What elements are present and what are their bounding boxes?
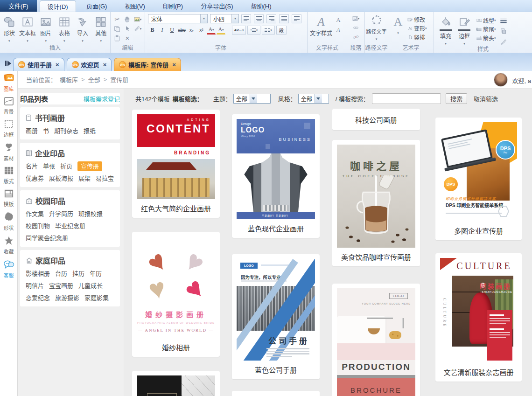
word-art-button[interactable]: A: [390, 14, 406, 35]
border-button[interactable]: 边框: [456, 14, 472, 46]
chevron-down-icon[interactable]: [250, 94, 257, 103]
breadcrumb-brochure[interactable]: 宣传册: [110, 75, 128, 84]
image-button[interactable]: 图片: [37, 14, 55, 43]
strikethrough-button[interactable]: abe: [177, 26, 186, 35]
highlight-color-button[interactable]: A: [217, 26, 225, 35]
arrow-tail-button[interactable]: 箭尾: [475, 25, 496, 34]
tab-template-library[interactable]: DPS 模板库: 宣传册: [114, 58, 181, 71]
arrow-head-button[interactable]: 箭头: [475, 34, 496, 42]
tab-welcome[interactable]: DPS 欢迎页: [67, 58, 112, 71]
paragraph-mark-button[interactable]: 段: [276, 26, 287, 35]
cat-stand[interactable]: 展架: [78, 174, 91, 182]
cat-year-calendar[interactable]: 年历: [90, 270, 102, 278]
cat-business-card[interactable]: 名片: [26, 162, 38, 170]
cat-newspaper[interactable]: 报纸: [84, 127, 96, 135]
menu-file[interactable]: 文件(F): [0, 0, 37, 12]
textbox-button[interactable]: 文本框: [18, 14, 36, 43]
rail-shape[interactable]: 形状: [4, 212, 14, 231]
close-tab-icon[interactable]: [56, 61, 59, 68]
cat-baby-album[interactable]: 宝宝画册: [49, 282, 73, 290]
menu-print[interactable]: 印刷(P): [155, 0, 190, 12]
hand-pan-icon[interactable]: [123, 15, 132, 24]
rail-border[interactable]: 边框: [4, 119, 14, 138]
wordart-modify-button[interactable]: 修改: [406, 15, 427, 24]
rail-favorites[interactable]: 收藏: [4, 236, 14, 255]
align-center-button[interactable]: [254, 14, 264, 23]
cat-essay[interactable]: 作文集: [26, 210, 44, 218]
cat-class-paper[interactable]: 班报校报: [78, 210, 103, 218]
template-card-tech[interactable]: 科技公司画册: [332, 109, 420, 130]
cat-postcard[interactable]: 明信片: [26, 282, 44, 290]
template-card-partial[interactable]: [232, 391, 320, 396]
cat-desk-calendar[interactable]: 台历: [55, 270, 67, 278]
bold-button[interactable]: B: [148, 26, 157, 35]
cat-child-growth[interactable]: 儿童成长: [78, 282, 103, 290]
user-avatar[interactable]: [494, 73, 508, 87]
other-button[interactable]: 其他: [92, 14, 110, 43]
italic-button[interactable]: I: [158, 26, 167, 35]
rail-gallery[interactable]: 图库: [3, 72, 14, 92]
cat-family-album[interactable]: 家庭影集: [84, 294, 109, 302]
align-justify-button[interactable]: [279, 14, 289, 23]
font-family-select[interactable]: 宋体: [148, 14, 208, 23]
line-spacing-button[interactable]: ↕: [247, 26, 260, 35]
subscript-button[interactable]: x₂: [187, 26, 196, 35]
cat-coupon[interactable]: 优惠券: [26, 174, 44, 182]
menu-view[interactable]: 视图(V): [117, 0, 152, 12]
cat-flyer[interactable]: 单张: [43, 162, 55, 170]
format-brush-icon[interactable]: [133, 24, 142, 33]
template-card-company-handbook[interactable]: LOGO 因为专注，所以专业 公司手册 蓝色公司手册: [232, 254, 320, 379]
expand-panel-icon[interactable]: [3, 58, 13, 69]
template-card-dps-multi[interactable]: DPSPro DPS 印刷业务模式升级解决方案 DPS 印刷业务智能接单系统 多…: [435, 118, 522, 240]
breadcrumb-all[interactable]: 全部: [88, 75, 100, 84]
font-color-button[interactable]: A: [207, 26, 216, 35]
cat-studio-album[interactable]: 影楼相册: [26, 270, 50, 278]
table-button[interactable]: 表格: [55, 14, 73, 43]
unlink-icon[interactable]: [351, 33, 361, 42]
cat-rollup[interactable]: 易拉宝: [96, 174, 114, 182]
cancel-filter-link[interactable]: 取消筛选: [474, 94, 498, 103]
template-card-production[interactable]: LOGO YOUR COMPANY SLOGE HERE PRODUCTION …: [332, 284, 420, 396]
template-card-blue-modern[interactable]: Design LOGO Glory 2016 BUSINESS 不是最好！只是更…: [232, 114, 320, 238]
superscript-button[interactable]: x²: [197, 26, 206, 35]
layers-icon[interactable]: [499, 27, 508, 35]
chevron-down-icon[interactable]: [315, 94, 322, 103]
cat-poster[interactable]: 展板海报: [49, 174, 73, 182]
wordart-vertical-button[interactable]: 竖排: [406, 33, 427, 42]
rail-material[interactable]: 素材: [4, 142, 14, 162]
cat-graduation[interactable]: 毕业纪念册: [55, 222, 85, 230]
menu-design[interactable]: 设计(D): [40, 0, 76, 12]
rail-template[interactable]: 模板: [4, 189, 14, 208]
font-size-dropdown-icon[interactable]: [231, 14, 238, 23]
align-left-button[interactable]: [241, 14, 251, 23]
fill-button[interactable]: 填充: [438, 14, 454, 46]
template-card-dark[interactable]: PRODUCTINTRODUCTION: [132, 371, 220, 396]
font-family-dropdown-icon[interactable]: [200, 14, 207, 23]
text-wrap-icon[interactable]: [351, 14, 361, 23]
rail-service[interactable]: 客服: [3, 259, 14, 279]
import-button[interactable]: 导入: [73, 14, 91, 43]
menu-help[interactable]: 帮助(H): [243, 0, 279, 12]
close-tab-icon[interactable]: [103, 61, 107, 68]
char-spacing-button[interactable]: AV↔: [232, 26, 246, 35]
cat-brochure-active[interactable]: 宣传册: [77, 161, 102, 171]
cut-icon[interactable]: ✂: [112, 15, 122, 24]
cat-campus-pub[interactable]: 校园刊物: [26, 222, 50, 230]
cat-folded[interactable]: 折页: [60, 162, 72, 170]
template-card-wedding[interactable]: 婚纱摄影画册 PHOTOGRAPHIC ALBUM OF WEDDING BIR…: [132, 232, 220, 357]
cat-book[interactable]: 书: [43, 127, 49, 135]
menu-page[interactable]: 页面(G): [79, 0, 115, 12]
style-select[interactable]: 全部: [298, 94, 329, 104]
cat-album[interactable]: 画册: [26, 127, 38, 135]
template-request-link[interactable]: 模板需求登记: [84, 94, 120, 103]
template-card-culture[interactable]: CULTURE 时装画册 SHIZHUANGHAUCE CULTURE: [435, 253, 522, 382]
char-style-icon[interactable]: A: [334, 15, 343, 24]
tab-manual[interactable]: DPS 使用手册: [13, 58, 64, 71]
rail-background[interactable]: 背景: [4, 97, 14, 115]
picture-fill-icon[interactable]: [133, 15, 142, 24]
font-size-select[interactable]: 小四: [210, 14, 239, 23]
cat-travel[interactable]: 旅游摄影: [55, 294, 79, 302]
cat-wall-calendar[interactable]: 挂历: [72, 270, 84, 278]
underline-button[interactable]: U: [168, 26, 176, 35]
breadcrumb-template-library[interactable]: 模板库: [60, 75, 78, 84]
